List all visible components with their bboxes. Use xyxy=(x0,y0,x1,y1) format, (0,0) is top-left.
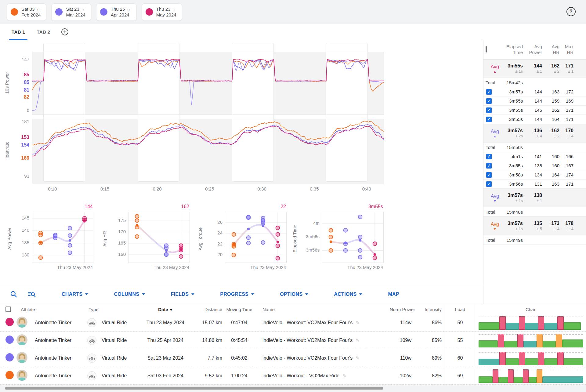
interval-value: 145 xyxy=(523,107,542,113)
total-label: Total xyxy=(486,80,501,85)
chevron-down-icon xyxy=(142,293,145,295)
horizontal-scrollbar[interactable] xyxy=(5,387,383,390)
axis-tick-label: 85 xyxy=(12,80,29,85)
total-label: Total xyxy=(486,238,501,243)
header-distance[interactable]: Distance xyxy=(195,307,222,312)
interval-checkbox[interactable]: ✓ xyxy=(486,98,492,104)
activity-interval-chart xyxy=(479,316,583,330)
interval-value: 163 xyxy=(542,181,559,187)
interval-total-row: Total15m49s xyxy=(483,235,586,245)
interval-checkbox[interactable]: ✓ xyxy=(486,154,492,159)
tab-2[interactable]: TAB 2 xyxy=(36,24,51,40)
edit-name-icon[interactable]: ✎ xyxy=(342,373,346,379)
header-load[interactable]: Load xyxy=(444,304,476,314)
date-range-chip[interactable]: Thu 25 ↔Apr 2024 xyxy=(96,3,137,21)
date-range-chip[interactable]: Thu 23 ↔May 2024 xyxy=(142,3,182,21)
main-content: TAB 1 TAB 2 1470858581821819315315416610… xyxy=(0,24,586,385)
edit-name-icon[interactable]: ✎ xyxy=(356,320,360,325)
workout-bar xyxy=(562,339,583,347)
header-date[interactable]: Date ▼ xyxy=(136,307,195,312)
interval-checkbox[interactable]: ✓ xyxy=(486,89,492,95)
help-icon[interactable]: ? xyxy=(566,7,576,16)
activity-load: 69 xyxy=(444,367,476,384)
avg-value-cell: 144± 1 xyxy=(523,63,542,74)
activity-row[interactable]: Antoinette TinkerVirtual RideThu 23 May … xyxy=(0,314,586,332)
toolbar-menu-columns[interactable]: COLUMNS xyxy=(114,292,145,297)
axis-tick-label: 154 xyxy=(12,142,29,148)
workout-bar xyxy=(556,334,562,347)
select-all-checkbox[interactable] xyxy=(5,307,11,312)
mini-y-tick: 3m56s xyxy=(298,247,320,252)
bicycle-icon xyxy=(87,354,96,363)
collapse-icon[interactable]: ▲ xyxy=(486,134,497,138)
interval-row: ✓3m56s131163171 xyxy=(483,180,586,189)
date-range-chip[interactable]: Sat 23 ↔Mar 2024 xyxy=(51,3,91,21)
panel-column-header: AvgPower xyxy=(523,44,542,56)
activity-row[interactable]: Antoinette TinkerVirtual RideSat 03 Feb … xyxy=(0,367,586,385)
total-value: 15m49s xyxy=(501,238,523,243)
collapse-icon[interactable]: ▲ xyxy=(486,70,497,73)
avg-value-cell: 173± 4 xyxy=(542,220,559,231)
interval-value: 3m55s xyxy=(501,107,523,113)
axis-tick-label: 153 xyxy=(12,135,29,140)
activity-distance: 14.86 km xyxy=(195,338,222,343)
select-all-intervals-checkbox[interactable] xyxy=(486,46,487,53)
date-range-chip[interactable]: Sat 03 ↔Feb 2024 xyxy=(7,3,46,21)
panel-column-header: MaxHR xyxy=(559,44,573,56)
toolbar-menu-progress[interactable]: PROGRESS xyxy=(220,292,254,297)
edit-name-icon[interactable]: ✎ xyxy=(356,338,360,343)
mini-y-tick: 175 xyxy=(104,218,126,223)
panel-header-checkbox-wrap xyxy=(486,47,501,53)
interval-checkbox[interactable]: ✓ xyxy=(486,117,492,122)
interval-avg-row: Avg▼3m57s± 1s135± 5173± 4178± 4 xyxy=(483,217,586,235)
workout-bar xyxy=(557,316,564,330)
activity-type: Virtual Ride xyxy=(99,355,136,361)
tab-1[interactable]: TAB 1 xyxy=(11,24,26,40)
header-moving-time[interactable]: Moving Time xyxy=(222,307,256,312)
search-icon[interactable] xyxy=(10,290,18,298)
header-name[interactable]: Name xyxy=(256,307,378,312)
type-icon-wrap xyxy=(87,336,99,345)
avatar xyxy=(16,334,32,347)
interval-value: 166 xyxy=(559,154,573,159)
header-athlete[interactable]: Athlete xyxy=(16,307,87,312)
add-tab-icon[interactable] xyxy=(61,24,69,40)
avg-value-cell: 3m57s± 1s xyxy=(501,192,523,203)
header-norm-power[interactable]: Norm Power xyxy=(378,307,415,312)
interval-checkbox[interactable]: ✓ xyxy=(486,172,492,178)
workout-bar xyxy=(564,358,583,365)
time-axis-tick: 0:15 xyxy=(92,186,117,191)
expand-icon[interactable]: ▼ xyxy=(486,227,497,231)
avg-value-cell: 3m57s± 2s xyxy=(501,128,523,139)
avg-value-cell: 3m55s± 1s xyxy=(501,63,523,74)
activity-intensity: 89% xyxy=(415,355,444,361)
edit-name-icon[interactable]: ✎ xyxy=(356,355,360,361)
header-intensity[interactable]: Intensity xyxy=(415,307,444,312)
toolbar-menu-charts[interactable]: CHARTS xyxy=(62,292,88,297)
mini-y-tick: 135 xyxy=(8,240,29,245)
activity-name: indieVelo - Workout: VO2Max Four Four's✎ xyxy=(256,355,378,361)
toolbar-menu-options[interactable]: OPTIONS xyxy=(280,292,308,297)
activity-color-dot xyxy=(5,353,14,361)
toolbar-menu-fields[interactable]: FIELDS xyxy=(171,292,194,297)
interval-value: 3m55s xyxy=(501,98,523,103)
activity-color-dot xyxy=(5,371,14,379)
toolbar-menu-map[interactable]: MAP xyxy=(388,292,399,297)
type-icon-wrap xyxy=(87,371,99,380)
workout-bar xyxy=(514,377,523,383)
toolbar-menu-actions[interactable]: ACTIONS xyxy=(334,292,362,297)
avg-label: Avg xyxy=(486,222,499,227)
avg-value-cell: 162± 2 xyxy=(542,128,559,139)
activity-row[interactable]: Antoinette TinkerVirtual RideSat 23 Mar … xyxy=(0,349,586,367)
row-checkbox-wrap: ✓ xyxy=(486,181,501,187)
workout-bar xyxy=(544,358,557,365)
interval-checkbox[interactable]: ✓ xyxy=(486,181,492,187)
activity-row[interactable]: Antoinette TinkerVirtual RideThu 25 Apr … xyxy=(0,332,586,349)
workout-bar xyxy=(479,376,493,383)
interval-checkbox[interactable]: ✓ xyxy=(486,107,492,113)
expand-icon[interactable]: ▼ xyxy=(486,199,497,203)
header-type[interactable]: Type xyxy=(87,307,136,312)
chevron-down-icon xyxy=(359,293,362,295)
filter-search-icon[interactable] xyxy=(27,290,36,298)
interval-checkbox[interactable]: ✓ xyxy=(486,163,492,169)
